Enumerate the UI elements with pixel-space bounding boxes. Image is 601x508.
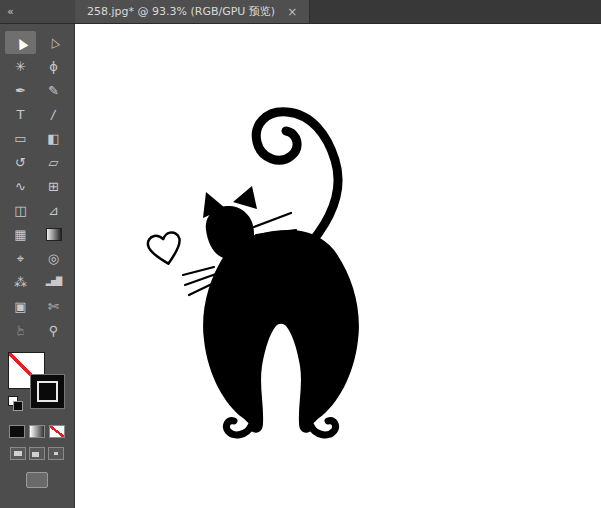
tools-grid: ▲ △ ✳ ϕ ✒ ✎ T / ▭ ◧ ↺ ▱ ∿ ⊞ ◫ ⊿ ▦ ⌖ ◎ ⁂ … [4,30,70,342]
symbol-sprayer-tool-icon: ⁂ [14,276,27,289]
cat-left-paw-curl [226,421,251,435]
tool-free-transform-tool[interactable]: ⊞ [38,175,69,198]
rectangle-tool-icon: ▭ [14,132,26,145]
slice-tool-icon: ✄ [48,300,59,313]
tool-slice-tool[interactable]: ✄ [38,295,69,318]
tool-width-tool[interactable]: ∿ [5,175,36,198]
tool-scale-tool[interactable]: ▱ [38,151,69,174]
tool-perspective-grid-tool[interactable]: ⊿ [38,199,69,222]
fill-stroke-indicator [6,352,68,416]
perspective-grid-tool-icon: ⊿ [48,204,59,217]
selection-tool-icon: ▲ [13,34,28,50]
document-tab-bar: « 258.jpg* @ 93.3% (RGB/GPU 预览) × [0,0,601,24]
column-graph-tool-icon: ▂▅█ [46,278,61,286]
color-mode-buttons [9,425,65,438]
tool-zoom-tool[interactable]: ⚲ [38,319,69,342]
draw-behind-button[interactable] [29,447,45,460]
draw-inside-button[interactable] [48,447,64,460]
illustrator-window: « 258.jpg* @ 93.3% (RGB/GPU 预览) × ▲ △ ✳ … [0,0,601,508]
cat-whisker [183,267,214,275]
tool-eraser-tool[interactable]: ◧ [38,127,69,150]
tool-lasso-tool[interactable]: ϕ [38,55,69,78]
tool-column-graph-tool[interactable]: ▂▅█ [38,271,69,294]
cat-body [203,230,359,433]
document-tab-title: 258.jpg* @ 93.3% (RGB/GPU 预览) [87,4,275,19]
collapse-panel-icon: « [7,5,14,18]
tool-shape-builder-tool[interactable]: ◫ [5,199,36,222]
width-tool-icon: ∿ [15,180,26,193]
toolbar-collapse-button[interactable]: « [0,0,75,23]
tool-artboard-tool[interactable]: ▣ [5,295,36,318]
tool-gradient-tool[interactable] [38,223,69,246]
lasso-tool-icon: ϕ [49,60,58,73]
cat-artwork [75,24,601,508]
document-canvas[interactable] [75,24,601,508]
zoom-tool-icon: ⚲ [49,324,59,337]
change-screen-mode-button[interactable] [26,472,48,488]
eraser-tool-icon: ◧ [47,132,59,145]
tool-magic-wand-tool[interactable]: ✳ [5,55,36,78]
type-tool-icon: T [17,108,25,121]
none-button[interactable] [49,425,65,438]
tool-mesh-tool[interactable]: ▦ [5,223,36,246]
color-button[interactable] [9,425,25,438]
stroke-swatch-black[interactable] [30,374,65,409]
drawing-mode-buttons [10,447,64,460]
draw-normal-button[interactable] [10,447,26,460]
gradient-button[interactable] [29,425,45,438]
cat-right-paw-curl [311,421,336,435]
eyedropper-tool-icon: ⌖ [17,252,24,265]
tools-panel: ▲ △ ✳ ϕ ✒ ✎ T / ▭ ◧ ↺ ▱ ∿ ⊞ ◫ ⊿ ▦ ⌖ ◎ ⁂ … [0,24,75,508]
tool-pen-tool[interactable]: ✒ [5,79,36,102]
magic-wand-tool-icon: ✳ [15,60,26,73]
document-tab[interactable]: 258.jpg* @ 93.3% (RGB/GPU 预览) × [75,0,310,23]
hand-tool-icon: ☞ [14,324,27,336]
mesh-tool-icon: ▦ [14,228,26,241]
free-transform-tool-icon: ⊞ [48,180,59,193]
close-tab-icon[interactable]: × [287,6,297,18]
pen-tool-icon: ✒ [15,84,26,97]
artboard-tool-icon: ▣ [14,300,26,313]
scale-tool-icon: ▱ [49,156,59,169]
gradient-tool-icon [46,228,62,241]
heart-outline [146,231,184,267]
line-segment-tool-icon: / [50,107,56,120]
cat-right-ear [233,186,257,209]
tool-hand-tool[interactable]: ☞ [5,319,36,342]
tool-line-segment-tool[interactable]: / [38,103,69,126]
default-fill-stroke-button[interactable] [8,396,24,411]
tool-blend-tool[interactable]: ◎ [38,247,69,270]
tool-eyedropper-tool[interactable]: ⌖ [5,247,36,270]
paintbrush-tool-icon: ✎ [48,84,59,97]
rotate-tool-icon: ↺ [15,156,26,169]
tool-rectangle-tool[interactable]: ▭ [5,127,36,150]
direct-selection-tool-icon: △ [47,35,60,50]
shape-builder-tool-icon: ◫ [14,204,26,217]
tool-type-tool[interactable]: T [5,103,36,126]
tool-paintbrush-tool[interactable]: ✎ [38,79,69,102]
tool-direct-selection-tool[interactable]: △ [38,31,69,54]
tab-bar-empty-area [310,0,601,23]
tool-rotate-tool[interactable]: ↺ [5,151,36,174]
cat-whisker [254,213,291,227]
tool-selection-tool[interactable]: ▲ [5,31,36,54]
tool-symbol-sprayer-tool[interactable]: ⁂ [5,271,36,294]
blend-tool-icon: ◎ [48,252,59,265]
